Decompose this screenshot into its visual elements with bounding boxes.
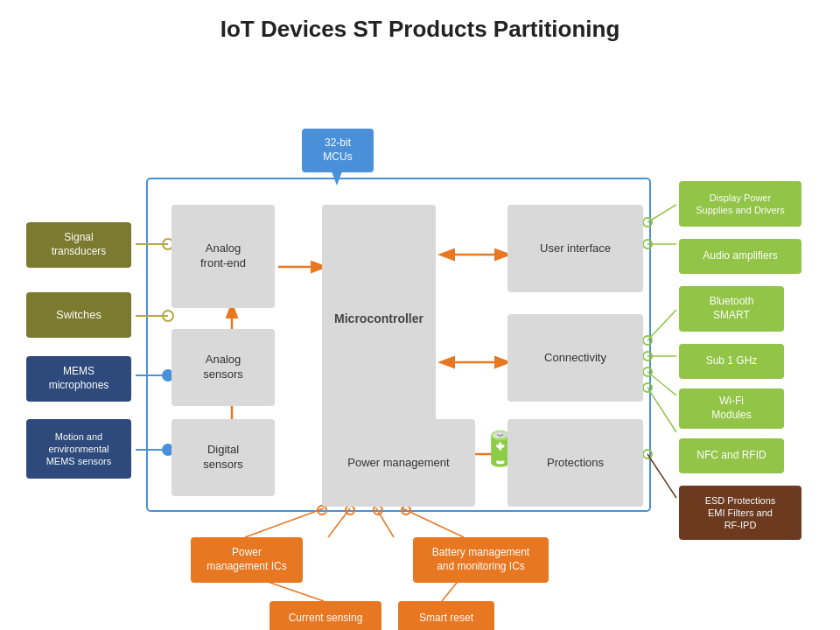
wifi-modules-label: Wi-Fi Modules xyxy=(679,388,784,429)
svg-point-20 xyxy=(643,218,652,227)
power-mgmt-ics-label: Power management ICs xyxy=(191,537,303,583)
svg-line-33 xyxy=(328,508,350,537)
svg-line-27 xyxy=(648,372,676,396)
svg-line-35 xyxy=(402,508,464,537)
motion-mems-label: Motion and environmental MEMS sensors xyxy=(26,419,131,479)
power-management-box: Power management xyxy=(322,419,475,507)
svg-point-40 xyxy=(374,506,382,514)
connectivity-box: Connectivity xyxy=(508,314,643,402)
svg-point-38 xyxy=(318,506,326,514)
sub1ghz-label: Sub 1 GHz xyxy=(679,344,784,379)
battery-mgmt-label: Battery management and monitoring ICs xyxy=(413,537,549,583)
svg-point-41 xyxy=(402,506,410,514)
svg-point-24 xyxy=(643,352,652,360)
svg-point-30 xyxy=(643,450,652,458)
mcu-box: 32-bit MCUs xyxy=(302,129,374,172)
svg-point-39 xyxy=(346,506,354,514)
protections-box: Protections xyxy=(508,419,643,507)
switches-label: Switches xyxy=(26,292,131,338)
svg-point-5 xyxy=(163,311,173,321)
diagram-area: 32-bit MCUs Analog front-end Analog sens… xyxy=(0,52,840,629)
svg-point-22 xyxy=(643,336,652,345)
svg-point-26 xyxy=(643,368,652,376)
svg-line-29 xyxy=(648,388,676,432)
svg-point-18 xyxy=(643,240,652,248)
esd-protections-label: ESD Protections EMI Filters and RF-IPD xyxy=(679,486,802,540)
user-interface-box: User interface xyxy=(508,205,643,292)
mems-microphones-label: MEMS microphones xyxy=(26,356,131,402)
svg-line-32 xyxy=(245,508,324,537)
svg-line-23 xyxy=(648,310,676,340)
audio-amplifiers-label: Audio amplifiers xyxy=(679,239,802,274)
microcontroller-box: Microcontroller xyxy=(322,205,436,432)
analog-sensors-box: Analog sensors xyxy=(172,329,275,406)
bluetooth-smart-label: Bluetooth SMART xyxy=(679,286,784,332)
smart-reset-label: Smart reset xyxy=(398,601,494,630)
svg-point-28 xyxy=(643,383,652,392)
current-sensing-label: Current sensing xyxy=(270,601,382,630)
svg-line-21 xyxy=(648,205,676,222)
digital-sensors-box: Digital sensors xyxy=(172,419,275,496)
display-power-label: Display Power Supplies and Drivers xyxy=(679,181,802,227)
signal-transducers-label: Signal transducers xyxy=(26,222,131,268)
svg-line-31 xyxy=(648,454,676,498)
svg-line-34 xyxy=(376,508,394,537)
nfc-rfid-label: NFC and RFID xyxy=(679,438,784,473)
page-title: IoT Devices ST Products Partitioning xyxy=(0,0,840,52)
analog-frontend-box: Analog front-end xyxy=(172,205,275,308)
